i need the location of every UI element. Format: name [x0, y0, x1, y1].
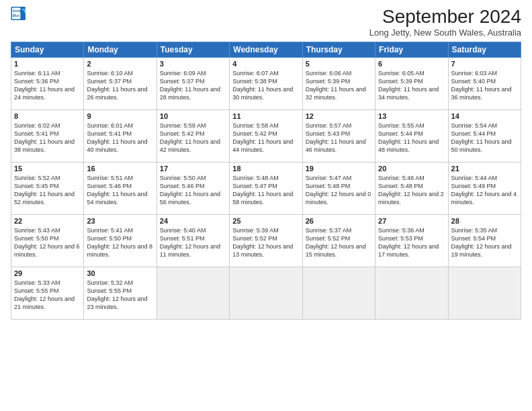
calendar-day-26: 26Sunrise: 5:37 AMSunset: 5:52 PMDayligh…	[302, 214, 375, 267]
day-info: Sunrise: 5:51 AMSunset: 5:46 PMDaylight:…	[87, 175, 147, 205]
logo-icon: General Blue	[11, 7, 27, 20]
calendar-day-empty	[302, 267, 375, 319]
calendar-day-30: 30Sunrise: 5:32 AMSunset: 5:55 PMDayligh…	[84, 267, 157, 319]
calendar-day-25: 25Sunrise: 5:39 AMSunset: 5:52 PMDayligh…	[230, 214, 302, 267]
calendar-day-29: 29Sunrise: 5:33 AMSunset: 5:55 PMDayligh…	[11, 267, 84, 319]
day-info: Sunrise: 5:39 AMSunset: 5:52 PMDaylight:…	[232, 227, 293, 258]
title-block: September 2024 Long Jetty, New South Wal…	[369, 7, 521, 38]
day-number: 11	[232, 112, 299, 120]
day-number: 20	[378, 165, 445, 173]
calendar-header-row: SundayMondayTuesdayWednesdayThursdayFrid…	[11, 42, 521, 57]
day-number: 16	[87, 165, 153, 173]
calendar-table: SundayMondayTuesdayWednesdayThursdayFrid…	[11, 42, 521, 320]
day-number: 5	[306, 60, 372, 68]
day-info: Sunrise: 6:02 AMSunset: 5:41 PMDaylight:…	[14, 122, 75, 153]
calendar-day-7: 7Sunrise: 6:03 AMSunset: 5:40 PMDaylight…	[448, 57, 521, 109]
day-number: 30	[87, 269, 153, 277]
calendar-day-15: 15Sunrise: 5:52 AMSunset: 5:45 PMDayligh…	[11, 162, 84, 214]
day-info: Sunrise: 5:43 AMSunset: 5:50 PMDaylight:…	[14, 227, 80, 258]
day-number: 27	[378, 217, 445, 225]
day-info: Sunrise: 5:55 AMSunset: 5:44 PMDaylight:…	[378, 122, 439, 153]
calendar-week-5: 29Sunrise: 5:33 AMSunset: 5:55 PMDayligh…	[11, 267, 521, 319]
day-number: 1	[14, 60, 81, 68]
calendar-day-24: 24Sunrise: 5:40 AMSunset: 5:51 PMDayligh…	[157, 214, 229, 267]
day-info: Sunrise: 5:47 AMSunset: 5:48 PMDaylight:…	[306, 175, 371, 205]
day-number: 15	[14, 165, 81, 173]
calendar-day-empty	[375, 267, 448, 319]
day-number: 10	[160, 112, 226, 120]
day-info: Sunrise: 6:05 AMSunset: 5:39 PMDaylight:…	[378, 70, 439, 101]
day-number: 24	[160, 217, 226, 225]
day-info: Sunrise: 6:07 AMSunset: 5:38 PMDaylight:…	[232, 70, 293, 101]
calendar-day-10: 10Sunrise: 5:59 AMSunset: 5:42 PMDayligh…	[157, 109, 229, 162]
day-info: Sunrise: 6:09 AMSunset: 5:37 PMDaylight:…	[160, 70, 220, 101]
calendar-day-6: 6Sunrise: 6:05 AMSunset: 5:39 PMDaylight…	[375, 57, 448, 109]
day-info: Sunrise: 5:33 AMSunset: 5:55 PMDaylight:…	[14, 279, 75, 310]
page: General Blue September 2024 Long Jetty, …	[0, 0, 532, 411]
day-number: 3	[160, 60, 226, 68]
calendar-week-2: 8Sunrise: 6:02 AMSunset: 5:41 PMDaylight…	[11, 109, 521, 162]
day-info: Sunrise: 5:36 AMSunset: 5:53 PMDaylight:…	[378, 227, 439, 258]
day-info: Sunrise: 5:44 AMSunset: 5:49 PMDaylight:…	[451, 175, 517, 205]
day-info: Sunrise: 6:06 AMSunset: 5:39 PMDaylight:…	[306, 70, 366, 101]
day-number: 19	[306, 165, 372, 173]
day-number: 29	[14, 269, 81, 277]
day-info: Sunrise: 5:46 AMSunset: 5:48 PMDaylight:…	[378, 175, 444, 205]
calendar-day-16: 16Sunrise: 5:51 AMSunset: 5:46 PMDayligh…	[84, 162, 157, 214]
day-number: 17	[160, 165, 226, 173]
day-info: Sunrise: 6:03 AMSunset: 5:40 PMDaylight:…	[451, 70, 512, 101]
day-header-sunday: Sunday	[11, 42, 84, 57]
calendar-week-3: 15Sunrise: 5:52 AMSunset: 5:45 PMDayligh…	[11, 162, 521, 214]
calendar-day-19: 19Sunrise: 5:47 AMSunset: 5:48 PMDayligh…	[302, 162, 375, 214]
day-number: 12	[306, 112, 372, 120]
day-info: Sunrise: 5:58 AMSunset: 5:42 PMDaylight:…	[232, 122, 293, 153]
calendar-day-5: 5Sunrise: 6:06 AMSunset: 5:39 PMDaylight…	[302, 57, 375, 109]
day-info: Sunrise: 5:35 AMSunset: 5:54 PMDaylight:…	[451, 227, 512, 258]
calendar-week-4: 22Sunrise: 5:43 AMSunset: 5:50 PMDayligh…	[11, 214, 521, 267]
day-info: Sunrise: 5:48 AMSunset: 5:47 PMDaylight:…	[232, 175, 293, 205]
day-number: 28	[451, 217, 518, 225]
calendar-day-23: 23Sunrise: 5:41 AMSunset: 5:50 PMDayligh…	[84, 214, 157, 267]
calendar-day-28: 28Sunrise: 5:35 AMSunset: 5:54 PMDayligh…	[448, 214, 521, 267]
logo: General Blue	[11, 7, 27, 20]
calendar-day-4: 4Sunrise: 6:07 AMSunset: 5:38 PMDaylight…	[230, 57, 302, 109]
day-number: 18	[232, 165, 299, 173]
calendar-day-22: 22Sunrise: 5:43 AMSunset: 5:50 PMDayligh…	[11, 214, 84, 267]
calendar-day-20: 20Sunrise: 5:46 AMSunset: 5:48 PMDayligh…	[375, 162, 448, 214]
calendar-day-8: 8Sunrise: 6:02 AMSunset: 5:41 PMDaylight…	[11, 109, 84, 162]
calendar-week-1: 1Sunrise: 6:11 AMSunset: 5:36 PMDaylight…	[11, 57, 521, 109]
day-number: 23	[87, 217, 153, 225]
day-number: 22	[14, 217, 81, 225]
calendar-day-17: 17Sunrise: 5:50 AMSunset: 5:46 PMDayligh…	[157, 162, 229, 214]
day-info: Sunrise: 5:52 AMSunset: 5:45 PMDaylight:…	[14, 175, 75, 205]
day-number: 25	[232, 217, 299, 225]
calendar-day-empty	[230, 267, 302, 319]
day-number: 9	[87, 112, 153, 120]
day-header-thursday: Thursday	[302, 42, 375, 57]
day-header-saturday: Saturday	[448, 42, 521, 57]
day-number: 13	[378, 112, 445, 120]
svg-text:Blue: Blue	[13, 14, 19, 17]
day-info: Sunrise: 5:54 AMSunset: 5:44 PMDaylight:…	[451, 122, 512, 153]
calendar-day-21: 21Sunrise: 5:44 AMSunset: 5:49 PMDayligh…	[448, 162, 521, 214]
calendar-day-3: 3Sunrise: 6:09 AMSunset: 5:37 PMDaylight…	[157, 57, 229, 109]
day-info: Sunrise: 5:32 AMSunset: 5:55 PMDaylight:…	[87, 279, 147, 310]
day-info: Sunrise: 5:57 AMSunset: 5:43 PMDaylight:…	[306, 122, 366, 153]
calendar-day-14: 14Sunrise: 5:54 AMSunset: 5:44 PMDayligh…	[448, 109, 521, 162]
calendar-day-11: 11Sunrise: 5:58 AMSunset: 5:42 PMDayligh…	[230, 109, 302, 162]
calendar-day-18: 18Sunrise: 5:48 AMSunset: 5:47 PMDayligh…	[230, 162, 302, 214]
calendar-day-13: 13Sunrise: 5:55 AMSunset: 5:44 PMDayligh…	[375, 109, 448, 162]
location: Long Jetty, New South Wales, Australia	[369, 28, 521, 38]
day-info: Sunrise: 6:11 AMSunset: 5:36 PMDaylight:…	[14, 70, 75, 101]
day-number: 2	[87, 60, 153, 68]
day-number: 6	[378, 60, 445, 68]
day-header-tuesday: Tuesday	[157, 42, 229, 57]
header: General Blue September 2024 Long Jetty, …	[11, 7, 521, 38]
day-info: Sunrise: 5:37 AMSunset: 5:52 PMDaylight:…	[306, 227, 366, 258]
day-number: 26	[306, 217, 372, 225]
day-number: 21	[451, 165, 518, 173]
day-header-monday: Monday	[84, 42, 157, 57]
calendar-day-empty	[448, 267, 521, 319]
day-info: Sunrise: 6:10 AMSunset: 5:37 PMDaylight:…	[87, 70, 147, 101]
day-info: Sunrise: 5:59 AMSunset: 5:42 PMDaylight:…	[160, 122, 220, 153]
